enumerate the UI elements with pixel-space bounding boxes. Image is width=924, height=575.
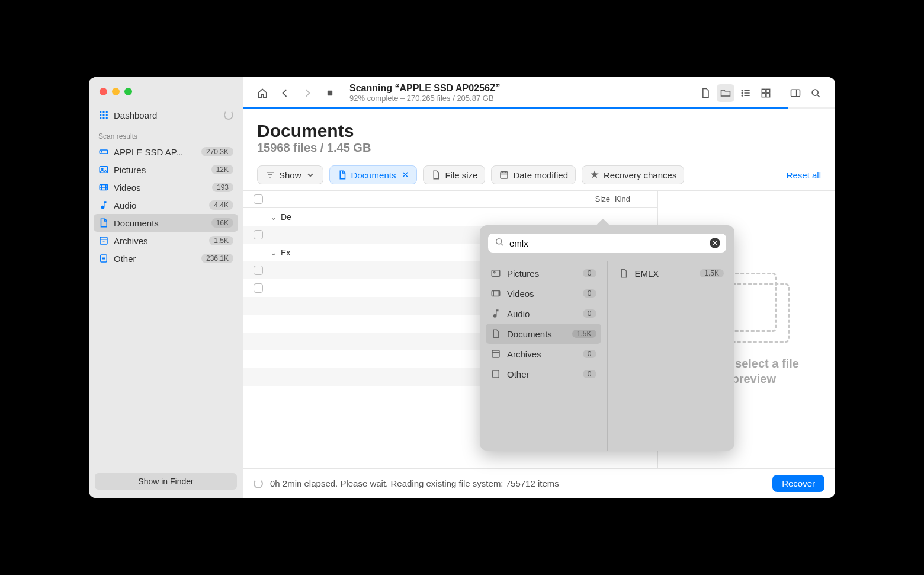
sidebar-item-videos[interactable]: Videos 193 (89, 178, 243, 196)
status-text: 0h 2min elapsed. Please wait. Reading ex… (270, 478, 559, 488)
svg-rect-28 (492, 270, 500, 277)
close-window[interactable] (100, 88, 107, 95)
show-in-finder-button[interactable]: Show in Finder (95, 473, 237, 490)
svg-rect-0 (100, 111, 101, 113)
expand-icon[interactable]: ⌄ (270, 212, 281, 222)
clear-search-icon[interactable]: ✕ (710, 238, 720, 248)
sidebar-item-other[interactable]: Other 236.1K (89, 250, 243, 267)
table-row[interactable]: ⌄De (243, 208, 657, 226)
main-panel: Scanning “APPLE SSD AP0256Z” 92% complet… (243, 77, 835, 498)
filter-search-input[interactable] (509, 238, 705, 248)
sidebar-item-label: APPLE SSD AP... (114, 147, 183, 157)
svg-rect-24 (791, 90, 800, 97)
svg-point-25 (812, 90, 818, 95)
view-document-icon[interactable] (697, 84, 714, 102)
forward-button[interactable] (299, 84, 316, 102)
sidebar-section-header: Scan results (89, 124, 243, 143)
sidebar-item-drive[interactable]: APPLE SSD AP... 270.3K (89, 143, 243, 161)
sidebar: Dashboard Scan results APPLE SSD AP... 2… (89, 77, 243, 498)
page-title: Documents (257, 121, 821, 141)
stop-button[interactable] (321, 84, 339, 102)
sidebar-badge: 270.3K (201, 147, 233, 156)
datemodified-filter[interactable]: Date modified (491, 165, 576, 184)
sidebar-dashboard[interactable]: Dashboard (89, 106, 243, 124)
pop-item-documents[interactable]: Documents1.5K (486, 324, 601, 344)
show-filter[interactable]: Show (257, 165, 323, 184)
svg-rect-21 (766, 89, 770, 92)
pop-item-pictures[interactable]: Pictures0 (486, 263, 601, 283)
sidebar-badge: 16K (211, 218, 233, 228)
filesize-filter[interactable]: File size (423, 165, 485, 184)
home-button[interactable] (254, 84, 271, 102)
filter-label: Documents (351, 170, 396, 180)
audio-icon (490, 308, 502, 319)
maximize-window[interactable] (124, 88, 132, 95)
pop-item-other[interactable]: Other0 (486, 364, 601, 384)
filter-label: Recovery chances (604, 170, 676, 180)
svg-point-12 (102, 168, 103, 169)
file-icon (431, 170, 441, 180)
sidebar-dashboard-label: Dashboard (114, 110, 157, 120)
pictures-icon (98, 164, 114, 175)
pop-item-archives[interactable]: Archives0 (486, 344, 601, 364)
view-switcher (697, 84, 824, 102)
sidebar-item-pictures[interactable]: Pictures 12K (89, 161, 243, 178)
svg-point-29 (494, 271, 495, 273)
recovery-filter[interactable]: Recovery chances (582, 165, 684, 184)
toolbar-title-area: Scanning “APPLE SSD AP0256Z” 92% complet… (349, 83, 692, 103)
pop-type-emlx[interactable]: EMLX1.5K (614, 263, 729, 283)
svg-point-19 (742, 95, 743, 96)
select-all-checkbox[interactable] (254, 194, 263, 204)
clear-filter-icon[interactable]: ✕ (402, 170, 409, 180)
pop-item-audio[interactable]: Audio0 (486, 304, 601, 324)
sidebar-item-audio[interactable]: Audio 4.4K (89, 196, 243, 214)
videos-icon (98, 182, 114, 193)
sidebar-badge: 4.4K (209, 200, 233, 210)
view-folder-icon[interactable] (717, 84, 734, 102)
svg-rect-31 (492, 350, 499, 357)
sidebar-item-archives[interactable]: Archives 1.5K (89, 232, 243, 250)
popover-categories: Pictures0 Videos0 Audio0 Documents1.5K A… (480, 261, 608, 451)
svg-point-27 (496, 239, 502, 244)
svg-rect-6 (100, 117, 101, 119)
expand-icon[interactable]: ⌄ (270, 248, 281, 257)
row-checkbox[interactable] (254, 230, 263, 239)
svg-rect-4 (103, 114, 105, 116)
sidebar-item-label: Documents (114, 218, 159, 228)
pictures-icon (490, 268, 502, 279)
minimize-window[interactable] (112, 88, 120, 95)
row-checkbox[interactable] (254, 266, 263, 275)
sidebar-item-documents[interactable]: Documents 16K (94, 214, 238, 232)
view-list-icon[interactable] (737, 84, 755, 102)
view-grid-icon[interactable] (757, 84, 775, 102)
sidebar-item-label: Pictures (114, 165, 146, 175)
recover-button[interactable]: Recover (772, 475, 824, 492)
back-button[interactable] (276, 84, 294, 102)
svg-point-18 (742, 92, 743, 94)
sidebar-badge: 236.1K (201, 254, 233, 263)
svg-rect-22 (762, 93, 765, 97)
row-checkbox[interactable] (254, 283, 263, 293)
documents-filter[interactable]: Documents ✕ (329, 165, 418, 184)
svg-rect-16 (328, 90, 332, 95)
scan-title: Scanning “APPLE SSD AP0256Z” (349, 83, 692, 94)
drive-icon (98, 146, 114, 157)
col-size[interactable]: Size (562, 194, 615, 204)
sidebar-item-label: Archives (114, 236, 148, 246)
page-header: Documents 15968 files / 1.45 GB (243, 109, 835, 161)
search-icon[interactable] (807, 84, 824, 102)
status-bar: 0h 2min elapsed. Please wait. Reading ex… (243, 468, 835, 498)
toolbar: Scanning “APPLE SSD AP0256Z” 92% complet… (243, 77, 835, 107)
svg-rect-8 (106, 117, 108, 119)
svg-rect-20 (762, 89, 765, 92)
pop-item-videos[interactable]: Videos0 (486, 283, 601, 304)
status-spinner-icon (254, 479, 263, 488)
reset-filters[interactable]: Reset all (787, 170, 821, 180)
filter-search[interactable]: ✕ (488, 234, 726, 253)
dashboard-icon (98, 110, 114, 120)
calendar-icon (499, 170, 509, 180)
col-kind[interactable]: Kind (615, 194, 647, 204)
chevron-down-icon (305, 170, 316, 180)
svg-point-17 (742, 90, 743, 91)
toggle-preview-icon[interactable] (787, 84, 804, 102)
